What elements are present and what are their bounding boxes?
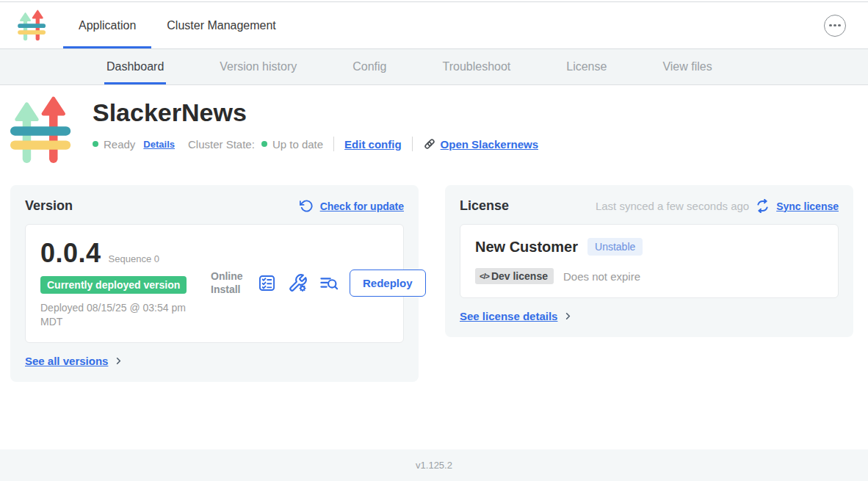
tab-cluster-management[interactable]: Cluster Management: [151, 2, 292, 48]
see-license-details-link[interactable]: See license details: [460, 310, 557, 322]
app-logo-small: [18, 10, 47, 42]
dashboard-cards: Version Check for update 0.0.4 Sequence …: [10, 185, 859, 382]
check-update-group: Check for update: [300, 199, 404, 213]
tab-config-label: Config: [352, 60, 386, 73]
divider: [333, 137, 334, 151]
tab-application[interactable]: Application: [63, 2, 151, 48]
license-card-header: License Last synced a few seconds ago Sy…: [460, 198, 839, 214]
tab-view-files[interactable]: View files: [662, 49, 712, 84]
app-state-text: Ready: [104, 138, 135, 151]
see-all-versions-link[interactable]: See all versions: [25, 355, 108, 367]
version-card-header: Version Check for update: [25, 198, 404, 214]
app-status-row: Ready Details Cluster State: Up to date …: [93, 137, 538, 151]
tab-license[interactable]: License: [566, 49, 607, 84]
cluster-state-label: Cluster State:: [188, 138, 255, 151]
cluster-state-dot: [261, 141, 267, 147]
tab-troubleshoot-label: Troubleshoot: [442, 60, 510, 73]
tab-version-history[interactable]: Version history: [220, 49, 297, 84]
app-section-tabs: Dashboard Version history Config Trouble…: [0, 49, 868, 85]
tab-version-history-label: Version history: [220, 60, 297, 73]
see-all-versions-row: See all versions: [25, 355, 404, 367]
tab-cluster-management-label: Cluster Management: [167, 19, 276, 32]
code-icon: </>: [480, 272, 489, 281]
tab-dashboard[interactable]: Dashboard: [106, 49, 164, 84]
app-ready-status-dot: [93, 141, 98, 147]
license-card: License Last synced a few seconds ago Sy…: [445, 185, 853, 337]
sequence-label: Sequence 0: [109, 253, 159, 264]
refresh-ccw-icon: [300, 199, 314, 213]
app-logo-large: [10, 95, 73, 166]
hash-arrows-logo: [10, 95, 73, 166]
tab-config[interactable]: Config: [352, 49, 386, 84]
sync-license-link[interactable]: Sync license: [776, 200, 839, 212]
app-header-text: SlackerNews Ready Details Cluster State:…: [93, 95, 538, 151]
tab-license-label: License: [566, 60, 607, 73]
license-meta-row: </> Dev license Does not expire: [475, 268, 823, 284]
customer-name-row: New Customer Unstable: [475, 238, 823, 256]
ellipsis-icon: [838, 24, 841, 27]
primary-tabs: Application Cluster Management: [63, 2, 292, 48]
hash-arrows-logo: [18, 10, 47, 42]
license-details-panel: New Customer Unstable </> Dev license Do…: [460, 224, 839, 298]
chevron-right-icon: [563, 311, 574, 322]
version-number-row: 0.0.4 Sequence 0: [40, 238, 211, 269]
ellipsis-icon: [833, 24, 836, 27]
app-header: SlackerNews Ready Details Cluster State:…: [10, 95, 859, 166]
config-wrench-gear-icon[interactable]: [288, 273, 308, 293]
deployed-badge: Currently deployed version: [40, 276, 187, 294]
chevron-right-icon: [113, 355, 124, 366]
license-type-label: Dev license: [491, 270, 548, 282]
logs-search-icon[interactable]: [319, 273, 339, 293]
console-version: v1.125.2: [416, 460, 452, 471]
open-app-link[interactable]: Open Slackernews: [423, 137, 538, 151]
divider: [412, 137, 413, 151]
install-type-label: Online Install: [211, 270, 246, 296]
sync-license-group: Last synced a few seconds ago Sync licen…: [596, 199, 839, 213]
tab-application-label: Application: [79, 19, 136, 32]
footer: v1.125.2: [0, 449, 868, 481]
expiry-text: Does not expire: [563, 270, 640, 283]
ellipsis-icon: [829, 24, 832, 27]
license-card-title: License: [460, 198, 509, 214]
see-license-details-row: See license details: [460, 310, 839, 322]
current-version-panel: 0.0.4 Sequence 0 Currently deployed vers…: [25, 224, 404, 343]
license-type-tag: </> Dev license: [475, 268, 554, 284]
version-card-title: Version: [25, 198, 73, 214]
channel-badge: Unstable: [587, 238, 643, 256]
version-actions: Online Install: [211, 270, 426, 297]
sync-arrows-icon: [756, 199, 770, 213]
deployed-timestamp: Deployed 08/15/25 @ 03:54 pm MDT: [40, 301, 208, 329]
status-details-link[interactable]: Details: [143, 139, 175, 150]
version-card: Version Check for update 0.0.4 Sequence …: [10, 185, 419, 382]
customer-name: New Customer: [475, 239, 578, 256]
tab-view-files-label: View files: [662, 60, 712, 73]
top-navigation-bar: Application Cluster Management: [0, 2, 868, 49]
redeploy-button[interactable]: Redeploy: [350, 270, 426, 297]
overflow-menu-button[interactable]: [824, 15, 846, 37]
check-for-update-link[interactable]: Check for update: [320, 200, 404, 212]
cluster-state-text: Up to date: [272, 138, 323, 151]
last-synced-text: Last synced a few seconds ago: [596, 200, 749, 212]
open-app-label: Open Slackernews: [441, 138, 538, 151]
page-title: SlackerNews: [93, 98, 538, 127]
link-chain-icon: [423, 137, 436, 151]
dashboard-content: SlackerNews Ready Details Cluster State:…: [0, 85, 868, 382]
preflight-checklist-icon[interactable]: [257, 273, 277, 293]
version-number: 0.0.4: [40, 238, 101, 269]
version-info: 0.0.4 Sequence 0 Currently deployed vers…: [40, 238, 211, 329]
tab-troubleshoot[interactable]: Troubleshoot: [442, 49, 510, 84]
edit-config-link[interactable]: Edit config: [344, 138, 402, 151]
tab-dashboard-label: Dashboard: [106, 60, 164, 73]
